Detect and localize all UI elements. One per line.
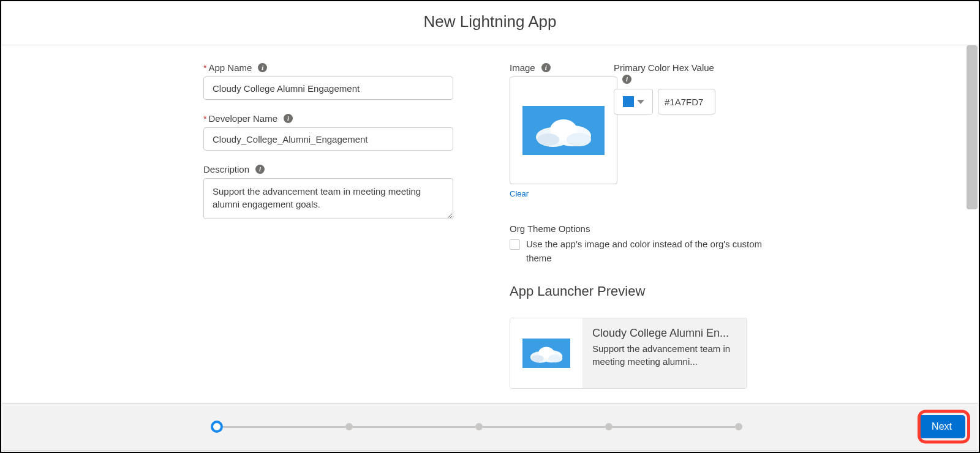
clear-image-link[interactable]: Clear xyxy=(510,189,529,198)
image-upload-box[interactable] xyxy=(510,77,617,184)
color-picker-button[interactable] xyxy=(614,89,653,114)
primary-color-label-row: Primary Color Hex Value xyxy=(614,62,736,73)
app-name-label-row: * App Name i xyxy=(203,62,473,73)
developer-name-group: * Developer Name i xyxy=(203,113,473,151)
preview-icon-box xyxy=(510,318,582,388)
cloud-icon xyxy=(530,113,597,148)
developer-name-label-row: * Developer Name i xyxy=(203,113,473,124)
app-name-label: App Name xyxy=(208,62,252,73)
description-textarea[interactable] xyxy=(203,178,453,219)
info-icon[interactable]: i xyxy=(284,114,293,123)
progress-line xyxy=(483,426,605,428)
progress-line xyxy=(223,426,345,428)
svg-point-4 xyxy=(567,133,591,146)
org-theme-group: Org Theme Options Use the app's image an… xyxy=(510,223,767,265)
required-asterisk: * xyxy=(203,114,206,124)
preview-title: Cloudy College Alumni En... xyxy=(592,327,737,340)
preview-description: Support the advancement team in meeting … xyxy=(592,342,737,368)
modal-body: * App Name i * Developer Name i Descript… xyxy=(1,45,979,394)
app-name-group: * App Name i xyxy=(203,62,473,100)
svg-point-9 xyxy=(548,354,562,362)
svg-point-3 xyxy=(537,133,559,146)
org-theme-checkbox[interactable] xyxy=(510,239,520,250)
cloud-image-preview xyxy=(522,106,605,155)
org-theme-checkbox-row: Use the app's image and color instead of… xyxy=(510,238,767,265)
left-column: * App Name i * Developer Name i Descript… xyxy=(203,62,473,394)
required-asterisk: * xyxy=(203,63,206,73)
next-button[interactable]: Next xyxy=(918,415,965,438)
modal-header: New Lightning App xyxy=(1,1,979,45)
progress-step-1[interactable] xyxy=(211,421,223,433)
primary-color-group: Primary Color Hex Value i xyxy=(614,62,736,114)
scrollbar[interactable] xyxy=(967,45,978,209)
description-label: Description xyxy=(203,164,249,174)
info-icon[interactable]: i xyxy=(541,63,551,72)
primary-color-label: Primary Color Hex Value xyxy=(614,62,714,73)
svg-point-8 xyxy=(531,355,544,362)
description-label-row: Description i xyxy=(203,164,473,174)
progress-step-5[interactable] xyxy=(735,423,742,430)
description-group: Description i xyxy=(203,164,473,222)
info-icon[interactable]: i xyxy=(622,75,631,84)
progress-step-3[interactable] xyxy=(475,423,483,430)
hex-value-input[interactable] xyxy=(658,89,715,114)
app-launcher-preview-tile: Cloudy College Alumni En... Support the … xyxy=(510,318,747,389)
progress-line xyxy=(353,426,475,428)
progress-step-2[interactable] xyxy=(345,423,353,430)
developer-name-input[interactable] xyxy=(203,127,453,151)
chevron-down-icon xyxy=(637,100,644,104)
progress-line xyxy=(612,426,735,428)
org-theme-label: Org Theme Options xyxy=(510,223,767,234)
primary-color-controls xyxy=(614,89,736,114)
modal-title: New Lightning App xyxy=(1,12,979,31)
cloud-icon xyxy=(527,342,566,364)
app-name-input[interactable] xyxy=(203,77,453,100)
info-icon[interactable]: i xyxy=(258,63,267,72)
progress-indicator xyxy=(211,421,742,433)
progress-step-4[interactable] xyxy=(605,423,612,430)
info-icon[interactable]: i xyxy=(255,165,265,174)
preview-cloud-image xyxy=(522,339,570,368)
color-swatch xyxy=(623,96,634,107)
modal-footer: Next xyxy=(2,403,978,451)
image-label: Image xyxy=(510,62,535,73)
org-theme-checkbox-label: Use the app's image and color instead of… xyxy=(526,238,767,265)
preview-body: Cloudy College Alumni En... Support the … xyxy=(582,318,747,388)
app-launcher-preview-heading: App Launcher Preview xyxy=(510,283,767,299)
developer-name-label: Developer Name xyxy=(208,113,277,124)
